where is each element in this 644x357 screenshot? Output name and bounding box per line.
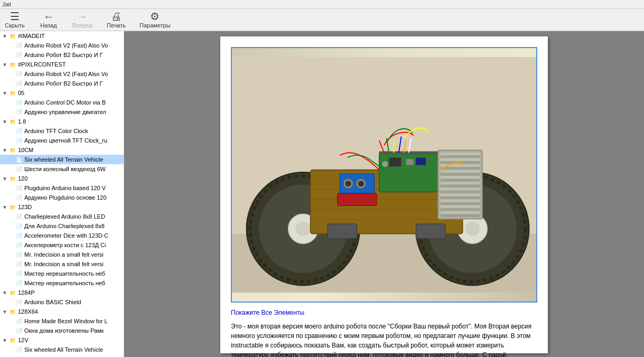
- sidebar-item-doc-arduino-robot-v2-ru-1[interactable]: 📄Arduino Робот В2 Быстро И Г: [0, 50, 124, 60]
- sidebar-item-label: Charlieplexed Arduino 8x8 LED: [24, 213, 105, 220]
- svg-rect-57: [441, 208, 480, 211]
- sidebar-item-label: Мистер нерешительность неб: [24, 280, 105, 286]
- print-button[interactable]: 🖨 Печать: [106, 11, 127, 29]
- svg-rect-19: [379, 153, 438, 192]
- sidebar-item-label: 05: [18, 90, 24, 96]
- sidebar[interactable]: ▼📁#IMADEIT📄Arduino Robot V2 (Fast) Also …: [0, 31, 124, 357]
- sidebar-item-label: Arduino BASIC Shield: [24, 299, 81, 305]
- svg-rect-23: [416, 157, 426, 165]
- hide-button[interactable]: ☰ Скрыть: [4, 11, 25, 29]
- folder-icon: 📁: [8, 32, 17, 40]
- sidebar-item-label: Arduino Robot V2 (Fast) Also Vo: [24, 71, 108, 77]
- folder-icon: 📁: [8, 307, 17, 316]
- sidebar-item-label: Для Arduino Charlieplexed 8x8: [24, 223, 105, 229]
- sidebar-item-doc-arduino-robot-v2-2[interactable]: 📄Arduino Robot V2 (Fast) Also Vo: [0, 69, 124, 79]
- sidebar-item-doc-accelerometer-ru[interactable]: 📄Акселерометр кости с 123Д Ci: [0, 240, 124, 250]
- article-image-container: [231, 47, 537, 303]
- sidebar-item-doc-mr-indecision-ru-1[interactable]: 📄Мистер нерешительность неб: [0, 269, 124, 278]
- sidebar-item-label: Акселерометр кости с 123Д Ci: [24, 242, 106, 248]
- sidebar-item-doc-arduino-tft-ru[interactable]: 📄Ардуино цветной TFT Clock_ru: [0, 136, 124, 145]
- sidebar-item-label: 128X64: [18, 308, 38, 315]
- svg-rect-51: [441, 191, 480, 194]
- svg-point-11: [465, 221, 480, 236]
- sidebar-item-label: Окна дома изготовлены Рамк: [24, 327, 104, 334]
- sidebar-item-doc-home-made-ru[interactable]: 📄Окна дома изготовлены Рамк: [0, 326, 124, 335]
- expand-icon: ▼: [1, 309, 8, 315]
- sidebar-item-label: Plugduino Arduino based 120 V: [24, 185, 106, 191]
- folder-icon: 📁: [8, 288, 17, 297]
- expand-icon: ▼: [1, 119, 8, 125]
- folder-icon: 📁: [8, 203, 17, 211]
- svg-rect-40: [441, 158, 480, 161]
- sidebar-item-folder-128x64[interactable]: ▼📁128X64: [0, 307, 124, 316]
- svg-rect-56: [441, 205, 480, 209]
- forward-button[interactable]: → Вперед: [72, 11, 93, 29]
- sidebar-item-folder-123d[interactable]: ▼📁123D: [0, 202, 124, 212]
- svg-rect-50: [441, 187, 480, 191]
- sidebar-item-doc-plugduino[interactable]: 📄Plugduino Arduino based 120 V: [0, 183, 124, 193]
- sidebar-item-folder-pixlrcontest[interactable]: ▼📁#PIXLRCONTEST: [0, 60, 124, 69]
- sidebar-item-label: 12V: [18, 337, 29, 343]
- sidebar-item-doc-charlieplexed[interactable]: 📄Charlieplexed Arduino 8x8 LED: [0, 212, 124, 221]
- article-content: Это - моя вторая версия моего arduino ро…: [231, 323, 531, 357]
- doc-icon: 📄: [15, 317, 23, 325]
- sidebar-item-doc-arduino-robot-v2-ru-2[interactable]: 📄Arduino Робот В2 Быстро И Г: [0, 79, 124, 88]
- sidebar-item-doc-arduino-tft[interactable]: 📄Arduino TFT Color Clock: [0, 126, 124, 136]
- sidebar-item-doc-mr-indecision-ru-2[interactable]: 📄Мистер нерешительность неб: [0, 278, 124, 288]
- svg-rect-54: [441, 199, 480, 202]
- content-area[interactable]: Покажите Все Элементы Это - моя вторая в…: [124, 31, 644, 357]
- sidebar-item-folder-imadeit[interactable]: ▼📁#IMADEIT: [0, 31, 124, 41]
- expand-icon: ▼: [1, 62, 8, 68]
- doc-icon: 📄: [15, 241, 23, 249]
- svg-rect-44: [441, 170, 480, 173]
- sidebar-item-doc-six-wheeled[interactable]: 📄Six wheeled All Terrain Vehicle: [0, 155, 124, 164]
- doc-icon: 📄: [15, 136, 23, 145]
- expand-icon: ▼: [1, 204, 8, 210]
- sidebar-item-doc-arduino-control-ru[interactable]: 📄Ардуино управление двигател: [0, 107, 124, 117]
- page: Покажите Все Элементы Это - моя вторая в…: [220, 36, 548, 353]
- sidebar-item-label: 120: [18, 175, 27, 182]
- sidebar-item-doc-six-wheeled-2[interactable]: 📄Six wheeled All Terrain Vehicle: [0, 345, 124, 354]
- sidebar-item-doc-charlieplexed-ru[interactable]: 📄Для Arduino Charlieplexed 8x8: [0, 221, 124, 231]
- expand-icon: ▼: [1, 290, 8, 296]
- sidebar-item-folder-10cm[interactable]: ▼📁10СМ: [0, 145, 124, 155]
- sidebar-item-doc-accelerometer[interactable]: 📄Accelerometer Dice with 123D C: [0, 231, 124, 240]
- sidebar-item-doc-mr-indecision-1[interactable]: 📄Mr. Indecision a small felt versi: [0, 250, 124, 259]
- svg-point-6: [296, 221, 311, 236]
- params-button[interactable]: ⚙ Параметры: [139, 11, 171, 29]
- sidebar-item-folder-1284p[interactable]: ▼📁1284P: [0, 288, 124, 297]
- folder-icon: 📁: [8, 336, 17, 344]
- doc-icon: 📄: [15, 231, 23, 240]
- doc-icon: 📄: [15, 260, 23, 268]
- forward-icon: →: [77, 11, 88, 22]
- sidebar-item-doc-six-wheeled-ru[interactable]: 📄Шести колесный вездеход 6W: [0, 164, 124, 174]
- robot-image: [232, 48, 536, 302]
- expand-icon: ▼: [1, 176, 8, 182]
- sidebar-item-doc-arduino-control[interactable]: 📄Arduino Control DC Motor via B: [0, 98, 124, 107]
- sidebar-item-folder-05[interactable]: ▼📁05: [0, 88, 124, 98]
- sidebar-item-doc-home-made[interactable]: 📄Home Made Bezel Window for L: [0, 316, 124, 326]
- sidebar-item-label: #IMADEIT: [18, 33, 45, 39]
- svg-rect-43: [441, 167, 480, 170]
- svg-rect-58: [441, 211, 480, 214]
- show-all-elements[interactable]: Покажите Все Элементы: [231, 309, 537, 316]
- sidebar-item-doc-arduino-robot-v2-1[interactable]: 📄Arduino Robot V2 (Fast) Also Vo: [0, 41, 124, 50]
- doc-icon: 📄: [15, 79, 23, 88]
- back-button[interactable]: ← Назад: [38, 11, 59, 29]
- sidebar-item-doc-mr-indecision-2[interactable]: 📄Mr. Indecision a small felt versi: [0, 259, 124, 269]
- svg-rect-59: [441, 214, 480, 217]
- sidebar-item-doc-arduino-basic[interactable]: 📄Arduino BASIC Shield: [0, 297, 124, 307]
- folder-icon: 📁: [8, 146, 17, 154]
- back-label: Назад: [40, 22, 57, 29]
- doc-icon: 📄: [15, 127, 23, 135]
- svg-rect-52: [441, 193, 480, 196]
- sidebar-item-folder-18[interactable]: ▼📁1.8: [0, 117, 124, 126]
- sidebar-item-folder-12v[interactable]: ▼📁12V: [0, 335, 124, 345]
- doc-icon: 📄: [15, 250, 23, 259]
- sidebar-item-label: Ардуино цветной TFT Clock_ru: [24, 137, 107, 144]
- article-text: Это - моя вторая версия моего arduino ро…: [231, 322, 537, 357]
- sidebar-item-doc-plugduino-ru[interactable]: 📄Ардуино Plugduino основе 120: [0, 193, 124, 202]
- sidebar-item-folder-120[interactable]: ▼📁120: [0, 174, 124, 183]
- sidebar-item-label: Six wheeled All Terrain Vehicle: [24, 346, 103, 353]
- print-label: Печать: [107, 22, 126, 29]
